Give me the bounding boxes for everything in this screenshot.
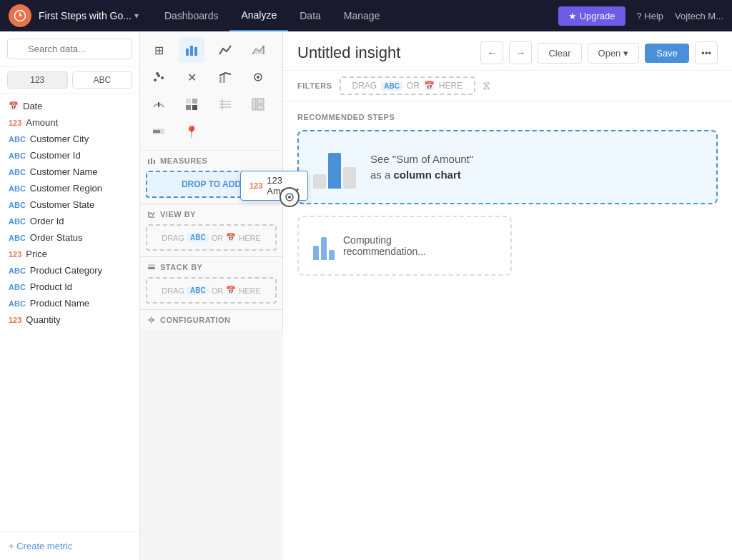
chart-icon-treemap[interactable]: [245, 91, 271, 117]
filters-drop-zone[interactable]: DRAG ABC OR 📅 HERE: [340, 76, 476, 95]
chart-icon-bar[interactable]: [179, 37, 204, 63]
filters-bar: FILTERS DRAG ABC OR 📅 HERE ⧖: [283, 71, 732, 101]
redo-button[interactable]: →: [509, 41, 532, 64]
svg-rect-31: [148, 267, 155, 269]
measures-drop-zone[interactable]: DROP TO ADD: [146, 171, 277, 198]
app-name-chevron[interactable]: ▾: [134, 11, 139, 21]
view-by-title: VIEW BY: [140, 204, 282, 221]
tab-123[interactable]: 123: [7, 71, 68, 89]
stack-by-drop-zone[interactable]: DRAG ABC OR 📅 HERE: [146, 277, 277, 304]
filter-abc-badge: ABC: [381, 81, 402, 91]
stack-by-date-badge: 📅: [226, 286, 236, 295]
sidebar-item-product-name[interactable]: ABC Product Name: [0, 295, 139, 311]
filters-label: FILTERS: [297, 81, 332, 90]
sidebar-item-label: Customer Id: [30, 150, 81, 161]
filter-funnel-icon[interactable]: ⧖: [483, 79, 490, 92]
chart-icon-map[interactable]: 📍: [179, 119, 204, 144]
right-panel: Untitled insight ← → Clear Open ▾ Save •…: [283, 31, 732, 560]
sidebar-item-order-id[interactable]: ABC Order Id: [0, 213, 139, 229]
upgrade-button[interactable]: ★ Upgrade: [558, 6, 625, 26]
sidebar-item-customer-id[interactable]: ABC Customer Id: [0, 147, 139, 164]
chart-icon-heatmap[interactable]: [179, 91, 204, 117]
svg-rect-1: [186, 49, 189, 56]
sidebar-item-customer-region[interactable]: ABC Customer Region: [0, 180, 139, 196]
sidebar-items-list: 📅 Date 123 Amount ABC Customer City ABC …: [0, 94, 139, 531]
type-badge-date: 📅: [9, 101, 19, 111]
chart-icon-cross[interactable]: ✕: [179, 64, 204, 90]
svg-rect-8: [219, 77, 222, 83]
view-by-abc-badge: ABC: [187, 233, 209, 242]
clear-button[interactable]: Clear: [538, 43, 581, 64]
tab-abc[interactable]: ABC: [72, 71, 133, 89]
chart-icon-line[interactable]: [212, 37, 238, 63]
view-by-drop-zone[interactable]: DRAG ABC OR 📅 HERE: [146, 224, 277, 251]
svg-point-33: [150, 319, 153, 321]
sidebar-item-product-category[interactable]: ABC Product Category: [0, 262, 139, 279]
app-logo[interactable]: [9, 4, 31, 27]
recommended-label: RECOMMENDED STEPS: [297, 113, 718, 121]
sidebar-item-quantity[interactable]: 123 Quantity: [0, 311, 139, 328]
svg-point-7: [156, 72, 159, 75]
svg-rect-21: [252, 99, 256, 110]
sidebar-item-amount[interactable]: 123 Amount: [0, 114, 139, 131]
chart-icon-area[interactable]: [245, 37, 271, 63]
sidebar-item-price[interactable]: 123 Price: [0, 246, 139, 262]
recommendation-card-column[interactable]: See "Sum of Amount" as a column chart: [297, 130, 718, 204]
view-by-section: VIEW BY DRAG ABC OR 📅 HERE: [140, 204, 282, 257]
create-metric-link[interactable]: + Create metric: [9, 541, 131, 551]
save-button[interactable]: Save: [645, 44, 689, 63]
chart-icon-table[interactable]: ⊞: [146, 37, 172, 63]
svg-rect-25: [153, 130, 160, 133]
nav-manage[interactable]: Manage: [332, 0, 392, 31]
chart-icon-dot[interactable]: [245, 64, 271, 90]
view-by-drag-hint: DRAG ABC OR 📅 HERE: [153, 233, 269, 242]
type-badge-abc: ABC: [9, 135, 26, 144]
configuration-section: CONFIGURATION: [140, 310, 282, 330]
nav-analyze[interactable]: Analyze: [229, 0, 288, 31]
sidebar-item-customer-name[interactable]: ABC Customer Name: [0, 164, 139, 180]
nav-data[interactable]: Data: [288, 0, 332, 31]
type-badge-abc: ABC: [9, 184, 26, 193]
chart-icon-scatter[interactable]: [146, 64, 172, 90]
sidebar-search-area: 🔍: [0, 31, 139, 67]
more-options-button[interactable]: •••: [695, 41, 718, 64]
type-badge-abc: ABC: [9, 168, 26, 176]
configuration-title: CONFIGURATION: [147, 316, 275, 324]
sidebar-item-product-id[interactable]: ABC Product Id: [0, 279, 139, 295]
svg-rect-27: [151, 158, 152, 164]
search-input[interactable]: [7, 39, 132, 59]
sidebar-item-order-status[interactable]: ABC Order Status: [0, 229, 139, 246]
open-button[interactable]: Open ▾: [588, 43, 640, 64]
svg-rect-26: [148, 159, 149, 164]
measures-title: MEASURES: [140, 151, 282, 168]
sidebar-item-label: Customer State: [30, 199, 94, 210]
undo-button[interactable]: ←: [480, 41, 503, 64]
sidebar-item-label: Product Name: [30, 298, 89, 309]
type-badge-123: 123: [9, 119, 21, 127]
chart-icon-combo[interactable]: [212, 64, 238, 90]
recommended-area: RECOMMENDED STEPS See "Sum of Amount" as…: [283, 101, 732, 560]
top-navigation: First Steps with Go... ▾ Dashboards Anal…: [0, 0, 732, 31]
sidebar-item-label: Product Category: [30, 265, 102, 276]
svg-point-6: [161, 76, 164, 79]
computing-text: Computing recommendation...: [343, 234, 426, 257]
chart-icon-bullet[interactable]: [146, 119, 172, 144]
left-sidebar: 🔍 123 ABC 📅 Date 123 Amount ABC Customer…: [0, 31, 140, 560]
recommendation-card-computing: Computing recommendation...: [297, 216, 512, 276]
help-link[interactable]: ? Help: [637, 11, 664, 21]
svg-rect-14: [192, 99, 197, 104]
type-badge-abc: ABC: [9, 283, 26, 291]
sidebar-item-customer-city[interactable]: ABC Customer City: [0, 131, 139, 147]
svg-rect-15: [186, 105, 191, 110]
sidebar-item-date[interactable]: 📅 Date: [0, 98, 139, 114]
chart-icon-pivot[interactable]: [212, 91, 238, 117]
app-name[interactable]: First Steps with Go...: [39, 10, 132, 21]
user-menu[interactable]: Vojtech M...: [675, 11, 723, 21]
sidebar-item-customer-state[interactable]: ABC Customer State: [0, 196, 139, 213]
main-layout: 🔍 123 ABC 📅 Date 123 Amount ABC Customer…: [0, 31, 732, 560]
nav-dashboards[interactable]: Dashboards: [153, 0, 230, 31]
chart-icon-gauge[interactable]: [146, 91, 172, 117]
svg-rect-9: [223, 74, 225, 83]
filter-date-icon: 📅: [424, 81, 435, 91]
type-badge-abc: ABC: [9, 299, 26, 308]
